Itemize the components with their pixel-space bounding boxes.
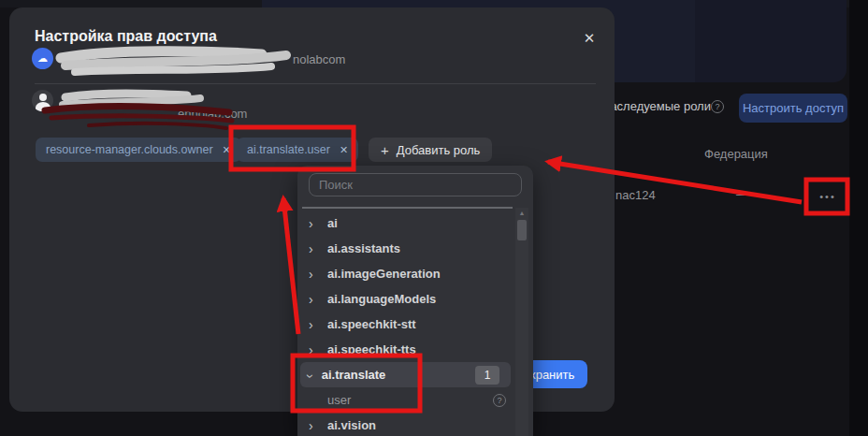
role-label: ai [327,216,338,230]
modal-title: Настройка прав доступа [35,28,217,45]
role-row-ai-languageModels[interactable]: › ai.languageModels [297,286,515,312]
user-avatar [32,90,53,111]
federation-column-header: Федерация [704,147,768,161]
scroll-up-icon[interactable]: ▲ [517,210,527,216]
divider [35,83,596,84]
role-row-ai-assistants[interactable]: › ai.assistants [297,236,515,261]
person-icon [39,94,47,101]
remove-role-icon[interactable]: ✕ [340,144,348,156]
role-chip-resource-manager[interactable]: resource-manager.clouds.owner ✕ [36,138,241,162]
right-gutter [849,0,868,436]
chevron-right-icon: › [309,317,327,332]
role-chip-ai-translate-user[interactable]: ai.translate.user ✕ [237,138,358,162]
screen: Наследуемые роли ? Настроить доступ Феде… [0,0,868,436]
role-label: ai.vision [327,418,376,432]
chevron-right-icon: › [309,292,327,307]
role-label: ai.translate [322,368,386,382]
cloud-name-prefix: cloud- [61,52,94,66]
chevron-right-icon: › [309,216,327,231]
role-label: ai.imageGeneration [327,267,441,281]
member-email-fragment: ennolab.com [178,107,247,121]
role-picker-dropdown: › ai › ai.assistants › ai.imageGeneratio… [297,166,533,436]
chevron-right-icon: › [309,241,327,256]
role-row-ai-translate[interactable]: › ai.translate 1 [300,362,511,387]
remove-role-icon[interactable]: ✕ [223,144,231,156]
role-row-ai-imageGeneration[interactable]: › ai.imageGeneration [297,261,515,286]
add-role-label: Добавить роль [397,143,481,157]
cloud-name-suffix: nolabcom [293,52,345,66]
role-chip-label: resource-manager.clouds.owner [46,143,213,156]
close-icon[interactable]: ✕ [580,29,599,48]
inherited-roles-label: Наследуемые роли [601,99,711,113]
search-input[interactable] [309,173,522,196]
account-row-label: nac124 [615,188,656,202]
role-label: ai.speechkit-tts [327,342,416,356]
scrollbar-track[interactable] [515,208,528,436]
role-label: user [327,393,351,407]
chevron-right-icon: › [309,342,327,357]
role-label: ai.languageModels [327,292,436,306]
role-row-ai[interactable]: › ai [297,211,515,236]
plus-icon: + [381,142,389,158]
chevron-down-icon: › [303,373,318,378]
configure-access-button[interactable]: Настроить доступ [739,94,847,123]
role-row-ai-vision[interactable]: › ai.vision [297,413,515,436]
federation-value: — [736,187,748,201]
role-label: ai.assistants [327,241,400,255]
selected-count-badge: 1 [475,366,499,385]
role-label: ai.speechkit-stt [327,317,416,331]
scrollbar-thumb[interactable] [517,220,527,240]
role-chip-label: ai.translate.user [247,143,330,156]
inherited-roles-help-icon[interactable]: ? [711,100,724,113]
role-help-icon[interactable]: ? [493,394,506,407]
role-row-ai-speechkit-tts[interactable]: › ai.speechkit-tts [297,337,515,362]
role-row-ai-speechkit-stt[interactable]: › ai.speechkit-stt [297,312,515,337]
chevron-right-icon: › [309,418,327,433]
cloud-icon: ☁ [32,48,53,69]
add-role-button[interactable]: + Добавить роль [369,138,492,162]
role-row-ai-translate-user[interactable]: user ? [297,387,515,413]
row-menu-button[interactable]: ••• [810,183,846,210]
chevron-right-icon: › [309,267,327,282]
divider [302,207,513,209]
